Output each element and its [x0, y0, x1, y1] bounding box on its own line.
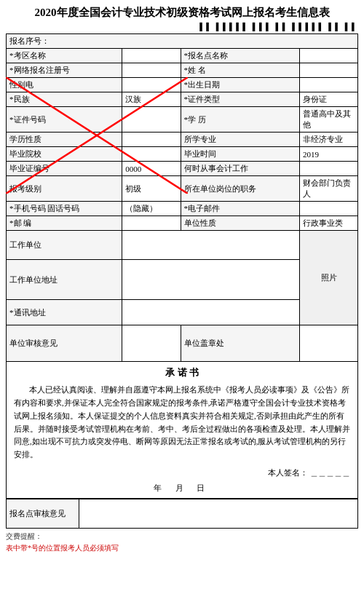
- work-unit-value[interactable]: [122, 231, 300, 260]
- phone-value[interactable]: （隐藏）: [122, 202, 181, 216]
- signature-label: 本人签名：: [268, 468, 308, 477]
- unit-review-value[interactable]: [122, 325, 181, 362]
- contact-address-label: *通讯地址: [7, 300, 122, 325]
- footer-tip: 表中带*号的位置报考人员必须填写: [6, 543, 358, 553]
- footer-note: 交费提醒：: [6, 531, 358, 542]
- table-row: *考区名称 *报名点名称: [7, 49, 358, 63]
- reg-point-value[interactable]: [300, 49, 358, 63]
- online-reg-num-label: *网络报名注册号: [7, 63, 122, 78]
- work-unit-label: 工作单位: [7, 231, 122, 260]
- signature-row: 本人签名： ＿＿＿＿＿: [14, 467, 350, 478]
- phone-label: *手机号码 固话号码: [7, 202, 122, 216]
- table-row: 毕业院校 毕业时间 2019: [7, 147, 358, 162]
- grad-year-label: 毕业时间: [181, 147, 299, 162]
- id-type-value[interactable]: 身份证: [300, 92, 358, 107]
- reg-point-review-value[interactable]: [79, 499, 358, 529]
- barcode-area: ▌▌ ▌▌▌▌▌ ▌▌▌ ▌▌ ▌▌▌▌▌ ▌▌ ▌▌: [6, 23, 358, 31]
- edu-type-value[interactable]: [122, 133, 181, 147]
- accounting-start-value[interactable]: [300, 162, 358, 176]
- education-label: *学 历: [181, 107, 299, 133]
- work-address-label: 工作单位地址: [7, 260, 122, 300]
- unit-seal-label: 单位盖章处: [181, 325, 299, 362]
- major-value[interactable]: 非经济专业: [300, 133, 358, 147]
- email-value[interactable]: [300, 202, 358, 216]
- table-row: *证件号码 *学 历 普通高中及其他: [7, 107, 358, 133]
- table-row: 性别电 *出生日期: [7, 78, 358, 92]
- zip-value[interactable]: [122, 216, 181, 231]
- table-row: 报考级别 初级 所在单位岗位的职务 财会部门负责人: [7, 176, 358, 202]
- unit-type-value[interactable]: 行政事业类: [300, 216, 358, 231]
- table-row: 毕业证编号 0000 何时从事会计工作: [7, 162, 358, 176]
- grad-year-value[interactable]: 2019: [300, 147, 358, 162]
- id-type-label: *证件类型: [181, 92, 299, 107]
- email-label: *电子邮件: [181, 202, 299, 216]
- online-reg-num-value[interactable]: [122, 63, 181, 78]
- table-row: *民族 汉族 *证件类型 身份证: [7, 92, 358, 107]
- date-row: 年 月 日: [14, 483, 350, 494]
- photo-area: 照片: [300, 231, 358, 325]
- education-value[interactable]: 普通高中及其他: [300, 107, 358, 133]
- position-value[interactable]: 财会部门负责人: [300, 176, 358, 202]
- name-value[interactable]: [300, 63, 358, 78]
- table-row: 工作单位 照片: [7, 231, 358, 260]
- major-label: 所学专业: [181, 133, 299, 147]
- id-number-label: *证件号码: [7, 107, 122, 133]
- birthdate-value[interactable]: [300, 78, 358, 92]
- page-title: 2020年度全国会计专业技术初级资格考试网上报名考生信息表: [6, 6, 358, 20]
- seq-number-label: 报名序号：: [7, 34, 358, 49]
- reg-point-review-label: 报名点审核意见: [7, 499, 79, 529]
- table-row: 报名点审核意见: [7, 499, 358, 529]
- unit-seal-value[interactable]: [300, 325, 358, 362]
- school-label: 毕业院校: [7, 147, 122, 162]
- name-label: *姓 名: [181, 63, 299, 78]
- unit-type-label: 单位性质: [181, 216, 299, 231]
- diploma-num-label: 毕业证编号: [7, 162, 122, 176]
- registration-form: 报名序号： *考区名称 *报名点名称 *网络报名注册号 *姓 名 性别电 *出生…: [6, 33, 358, 362]
- pledge-text: 本人已经认真阅读、理解并自愿遵守本网上报名系统中《报考人员必读事项》及《公告》所…: [14, 384, 350, 462]
- diploma-num-value[interactable]: 0000: [122, 162, 181, 176]
- table-row: 单位审核意见 单位盖章处: [7, 325, 358, 362]
- exam-area-label: *考区名称: [7, 49, 122, 63]
- table-row: *邮 编 单位性质 行政事业类: [7, 216, 358, 231]
- unit-review-label: 单位审核意见: [7, 325, 122, 362]
- ethnicity-value[interactable]: 汉族: [122, 92, 181, 107]
- id-number-value[interactable]: [122, 107, 181, 133]
- pledge-section: 承 诺 书 本人已经认真阅读、理解并自愿遵守本网上报名系统中《报考人员必读事项》…: [6, 362, 358, 499]
- table-row: *网络报名注册号 *姓 名: [7, 63, 358, 78]
- position-label: 所在单位岗位的职务: [181, 176, 299, 202]
- contact-address-value[interactable]: [122, 300, 300, 325]
- zip-label: *邮 编: [7, 216, 122, 231]
- exam-level-value[interactable]: 初级: [122, 176, 181, 202]
- ethnicity-label: *民族: [7, 92, 122, 107]
- gender-label: 性别电: [7, 78, 122, 92]
- table-row: *手机号码 固话号码 （隐藏） *电子邮件: [7, 202, 358, 216]
- school-value[interactable]: [122, 147, 181, 162]
- exam-area-value[interactable]: [122, 49, 181, 63]
- exam-level-label: 报考级别: [7, 176, 122, 202]
- edu-type-label: 学历性质: [7, 133, 122, 147]
- signature-line: ＿＿＿＿＿: [310, 468, 350, 477]
- pledge-title: 承 诺 书: [14, 366, 350, 379]
- table-row: 报名序号：: [7, 34, 358, 49]
- review-table: 报名点审核意见: [6, 499, 358, 529]
- table-row: 学历性质 所学专业 非经济专业: [7, 133, 358, 147]
- birthdate-label: *出生日期: [181, 78, 299, 92]
- gender-value[interactable]: [122, 78, 181, 92]
- work-address-value[interactable]: [122, 260, 300, 300]
- accounting-start-label: 何时从事会计工作: [181, 162, 299, 176]
- reg-point-label: *报名点名称: [181, 49, 299, 63]
